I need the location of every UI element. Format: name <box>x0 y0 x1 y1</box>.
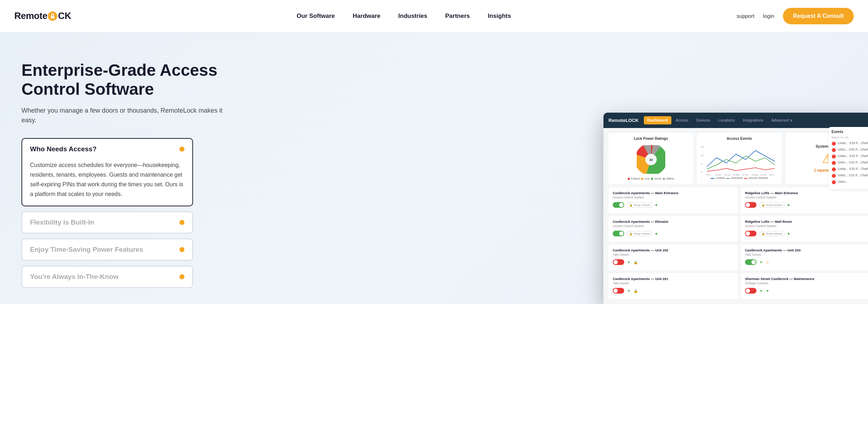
device-grid: Castlerock Apartments — Main Entrance Ac… <box>608 187 868 299</box>
dashboard-header: RemoteLOCK Dashboard Access Devices Loca… <box>603 113 868 128</box>
device-card-6: Castlerock Apartments — Unit 201 Yale As… <box>608 273 738 299</box>
event-lock-icon-3: 🔴 <box>832 161 836 165</box>
device-type-3: Access Control System <box>745 224 866 228</box>
device-type-1: Access Control System <box>745 196 866 199</box>
event-text-0: Locke... 3:53 P... Charl... <box>838 141 868 146</box>
event-item-4: 🔴 Locke... 3:52 P... Charl... <box>832 167 868 171</box>
device-controls-1: 🔒 Temp Unlock ● <box>745 202 866 208</box>
device-card-5: Castlerock Apartments — Unit 203 Yale As… <box>741 245 868 270</box>
device-controls-3: 🔒 Temp Unlock ● <box>745 231 866 236</box>
accordion-title-who: Who Needs Access? <box>30 145 97 153</box>
device-type-2: Access Control System <box>613 224 734 228</box>
device-signal-3: ● <box>787 231 790 236</box>
svg-point-2 <box>52 16 53 18</box>
svg-text:18 Fr: 18 Fr <box>706 174 711 176</box>
device-temp-unlock-3[interactable]: 🔒 Temp Unlock <box>759 231 784 236</box>
header-right: support login Request A Consult <box>736 8 854 24</box>
device-lock-4: 🔒 <box>633 260 638 264</box>
dashboard-body: Lock Power Ratings <box>603 128 868 304</box>
device-toggle-5[interactable] <box>745 259 756 265</box>
svg-text:25 Fr: 25 Fr <box>770 174 774 176</box>
logo[interactable]: Remote CK <box>14 10 71 21</box>
accordion-item-always-know[interactable]: You're Always In-The-Know <box>21 266 193 288</box>
nav-partners[interactable]: Partners <box>445 13 470 20</box>
accordion-item-power-features[interactable]: Enjoy Time-Saving Power Features <box>21 239 193 261</box>
device-toggle-3[interactable] <box>745 231 756 236</box>
event-lock-icon-5: 🔴 <box>832 174 836 178</box>
dash-nav-advanced[interactable]: Advanced ∨ <box>768 116 796 124</box>
svg-text:12: 12 <box>701 154 704 157</box>
logo-text-remote: Remote <box>14 10 47 21</box>
event-lock-icon-6: 🔴 <box>832 180 836 184</box>
accordion-dot-power-features <box>179 247 184 252</box>
device-type-0: Access Control System <box>613 196 734 199</box>
event-text-1: Unloc... 3:52 P... Charl... <box>838 148 868 152</box>
device-alert-5: ⚠ <box>766 260 769 264</box>
dashboard-mockup: RemoteLOCK Dashboard Access Devices Loca… <box>603 113 868 304</box>
device-temp-unlock-2[interactable]: 🔒 Temp Unlock <box>627 231 652 236</box>
device-toggle-1[interactable] <box>745 202 756 208</box>
events-date: March 21, 20... <box>832 136 868 139</box>
dash-nav-dashboard[interactable]: Dashboard <box>644 116 671 124</box>
dashboard-logo: RemoteLOCK <box>608 118 639 123</box>
dash-nav-devices[interactable]: Devices <box>692 116 714 124</box>
request-consult-button[interactable]: Request A Consult <box>783 8 854 24</box>
dash-nav-locations[interactable]: Locations <box>715 116 739 124</box>
device-toggle-7[interactable] <box>745 288 756 294</box>
access-events-legend: Locked Unlocked Access Denied <box>700 176 778 180</box>
device-battery-6: ▼ <box>627 289 631 293</box>
event-lock-icon-0: 🔴 <box>832 142 836 146</box>
support-link[interactable]: support <box>736 13 754 19</box>
device-temp-unlock-1[interactable]: 🔒 Temp Unlock <box>759 202 784 208</box>
device-lock-6: 🔒 <box>633 289 638 293</box>
main-nav: Our Software Hardware Industries Partner… <box>71 13 736 20</box>
chart-lock-power: Lock Power Ratings <box>608 133 693 184</box>
dash-nav-access[interactable]: Access <box>672 116 692 124</box>
event-item-2: 🔴 Locke... 3:52 P... Charl... <box>832 154 868 158</box>
svg-text:20 Sun: 20 Sun <box>724 174 730 176</box>
chart-lock-power-title: Lock Power Ratings <box>612 137 690 141</box>
device-type-5: Yale Assure <box>745 253 866 256</box>
accordion-title-power-features: Enjoy Time-Saving Power Features <box>30 246 143 254</box>
svg-text:22: 22 <box>701 146 704 148</box>
device-name-4: Castlerock Apartments — Unit 202 <box>613 248 734 252</box>
dash-nav-integrations[interactable]: Integrations <box>739 116 767 124</box>
nav-industries[interactable]: Industries <box>398 13 427 20</box>
device-battery-7: ▼ <box>759 289 763 293</box>
event-lock-icon-2: 🔴 <box>832 154 836 158</box>
accordion-dot-always-know <box>179 274 184 279</box>
device-card-1: Ridgeline Lofts — Main Entrance Access C… <box>741 187 868 213</box>
device-controls-6: ▼ 🔒 <box>613 288 734 294</box>
device-name-3: Ridgeline Lofts — Mail Room <box>745 220 866 223</box>
svg-text:22 Tue: 22 Tue <box>743 174 749 176</box>
logo-lock-icon <box>48 11 58 21</box>
dashboard-nav: Dashboard Access Devices Locations Integ… <box>644 116 797 124</box>
device-name-7: Sherman Street Castlerock — Maintenance <box>745 277 866 281</box>
nav-hardware[interactable]: Hardware <box>353 13 380 20</box>
event-item-1: 🔴 Unloc... 3:52 P... Charl... <box>832 148 868 152</box>
device-name-1: Ridgeline Lofts — Main Entrance <box>745 191 866 195</box>
device-toggle-0[interactable] <box>613 202 624 208</box>
nav-insights[interactable]: Insights <box>488 13 511 20</box>
accordion-dot-who <box>179 147 184 152</box>
event-item-6: 🔴 Unloc... <box>832 180 868 184</box>
accordion-dot-flexibility <box>179 220 184 225</box>
device-toggle-2[interactable] <box>613 231 624 236</box>
event-text-6: Unloc... <box>838 180 848 184</box>
svg-text:0: 0 <box>701 171 702 173</box>
svg-text:33: 33 <box>649 158 653 162</box>
device-battery-4: ▼ <box>627 260 631 264</box>
device-signal-2: ● <box>655 231 657 236</box>
event-text-3: Unloc... 3:52 P... Charl... <box>838 161 868 165</box>
accordion-title-flexibility: Flexibility is Built-In <box>30 218 94 226</box>
hero-title: Enterprise-Grade Access Control Software <box>21 61 229 99</box>
device-name-2: Castlerock Apartments — Elevator <box>613 220 734 223</box>
event-lock-icon-4: 🔴 <box>832 167 836 171</box>
login-link[interactable]: login <box>763 13 774 19</box>
nav-our-software[interactable]: Our Software <box>297 13 335 20</box>
device-toggle-6[interactable] <box>613 288 624 294</box>
device-toggle-4[interactable] <box>613 259 624 265</box>
accordion: Who Needs Access? Customize access sched… <box>21 138 193 288</box>
device-temp-unlock-0[interactable]: 🔒 Temp Unlock <box>627 202 652 208</box>
accordion-item-flexibility[interactable]: Flexibility is Built-In <box>21 211 193 234</box>
